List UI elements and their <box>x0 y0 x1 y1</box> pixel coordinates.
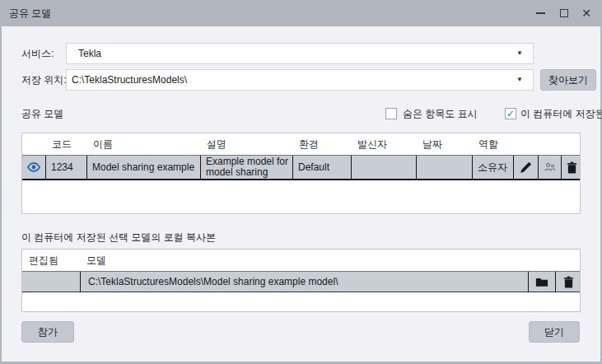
location-value: C:\TeklaStructuresModels\ <box>72 70 187 90</box>
cell-role: 소유자 <box>472 156 513 179</box>
chevron-down-icon: ▼ <box>516 70 523 90</box>
header-role: 역할 <box>472 133 513 155</box>
table-row[interactable]: 1234 Model sharing example Example model… <box>22 155 580 180</box>
table-header-row: 편집됨 모델 <box>22 250 580 271</box>
show-hidden-label[interactable]: 숨은 항목도 표시 <box>403 107 478 120</box>
table-header-row: 코드 이름 설명 환경 발신자 날짜 역할 <box>22 133 580 155</box>
header-environment: 환경 <box>292 133 351 155</box>
cell-model-path: C:\TeklaStructuresModels\Model sharing e… <box>80 272 528 292</box>
cell-name: Model sharing example <box>86 156 200 179</box>
location-label: 저장 위치: <box>21 69 67 91</box>
folder-icon <box>535 277 548 287</box>
trash-icon <box>563 276 574 288</box>
delete-local-cell[interactable] <box>555 272 581 292</box>
table-row[interactable]: C:\TeklaStructuresModels\Model sharing e… <box>22 271 580 292</box>
trash-icon <box>567 161 577 174</box>
service-dropdown[interactable]: Tekla ▼ <box>66 43 534 64</box>
edit-cell[interactable] <box>513 156 538 179</box>
visibility-cell[interactable] <box>22 156 45 179</box>
show-local-label[interactable]: 이 컴퓨터에 저장된 공유 모델 표시 <box>520 107 602 120</box>
join-button[interactable]: 참가 <box>21 321 74 343</box>
close-dialog-button[interactable]: 닫기 <box>529 321 580 343</box>
header-name: 이름 <box>86 133 200 155</box>
eye-icon <box>26 162 41 172</box>
cell-edited <box>22 272 80 292</box>
header-code: 코드 <box>45 133 86 155</box>
header-edited: 편집됨 <box>22 250 80 271</box>
local-copies-title: 이 컴퓨터에 저장된 선택 모델의 로컬 복사본 <box>21 231 216 244</box>
cell-environment: Default <box>292 156 351 179</box>
close-button[interactable]: ✕ <box>576 0 597 26</box>
maximize-button[interactable] <box>553 0 575 26</box>
share-users-cell[interactable] <box>538 156 561 179</box>
delete-cell[interactable] <box>561 156 581 179</box>
pencil-icon <box>519 161 533 175</box>
location-dropdown[interactable]: C:\TeklaStructuresModels\ ▼ <box>66 69 534 91</box>
close-icon: ✕ <box>581 7 591 20</box>
header-description: 설명 <box>200 133 292 155</box>
users-icon <box>544 162 557 173</box>
shared-model-dialog: 공유 모델 ✕ 서비스: Tekla ▼ 저장 위치: C:\TeklaStru… <box>0 0 602 364</box>
title-bar: 공유 모델 ✕ <box>0 0 602 26</box>
cell-sender <box>351 156 416 179</box>
dialog-body: 서비스: Tekla ▼ 저장 위치: C:\TeklaStructuresMo… <box>2 26 600 362</box>
minimize-button[interactable] <box>530 0 551 26</box>
open-folder-cell[interactable] <box>528 272 555 292</box>
chevron-down-icon: ▼ <box>516 44 523 63</box>
header-visibility <box>22 133 45 155</box>
show-local-checkbox[interactable]: ✓ <box>505 108 516 119</box>
cell-date <box>416 156 472 179</box>
check-icon: ✓ <box>506 108 515 119</box>
shared-models-title: 공유 모델 <box>21 107 63 120</box>
header-sender: 발신자 <box>351 133 416 155</box>
cell-code: 1234 <box>45 156 86 179</box>
local-copies-table: 편집됨 모델 C:\TeklaStructuresModels\Model sh… <box>21 249 581 312</box>
show-hidden-checkbox[interactable] <box>385 108 397 119</box>
service-label: 서비스: <box>21 43 54 64</box>
header-date: 날짜 <box>416 133 472 155</box>
maximize-icon <box>560 9 568 17</box>
service-value: Tekla <box>78 44 101 63</box>
minimize-icon <box>536 12 545 14</box>
header-model: 모델 <box>80 250 528 271</box>
window-title: 공유 모델 <box>9 0 51 26</box>
browse-button[interactable]: 찾아보기 <box>540 69 596 91</box>
shared-models-table: 코드 이름 설명 환경 발신자 날짜 역할 1234 Mo <box>21 133 581 214</box>
cell-description: Example model for model sharing <box>200 156 292 179</box>
